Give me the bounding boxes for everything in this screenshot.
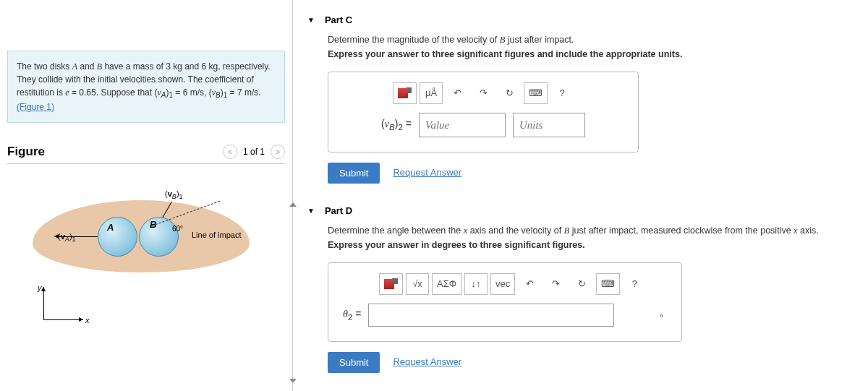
units-menu-button[interactable]: μÅ bbox=[420, 82, 443, 104]
scroll-up-icon[interactable] bbox=[289, 202, 297, 207]
sqrt-icon[interactable]: √x bbox=[406, 273, 429, 295]
request-answer-link[interactable]: Request Answer bbox=[393, 166, 461, 181]
subscript-icon[interactable]: ↓↑ bbox=[464, 273, 488, 295]
degree-unit: ° bbox=[660, 311, 663, 325]
part-d-instructions: Express your answer in degrees to three … bbox=[328, 238, 854, 252]
units-input[interactable] bbox=[513, 113, 585, 137]
part-c-answer-box: μÅ ↶ ↷ ↻ ⌨ ? (vB)2 = bbox=[328, 72, 639, 152]
part-d-answer-box: √x ΑΣΦ ↓↑ vec ↶ ↷ ↻ ⌨ ? θ2 = ° bbox=[328, 262, 682, 342]
submit-button[interactable]: Submit bbox=[328, 352, 380, 373]
theta-input[interactable] bbox=[368, 304, 614, 327]
undo-icon[interactable]: ↶ bbox=[518, 273, 541, 295]
part-c-instructions: Express your answer to three significant… bbox=[328, 47, 854, 61]
problem-statement: The two disks A and B have a mass of 3 k… bbox=[7, 51, 285, 123]
figure-counter: 1 of 1 bbox=[243, 147, 265, 157]
submit-button[interactable]: Submit bbox=[328, 163, 380, 184]
figure-title: Figure bbox=[7, 145, 223, 159]
reset-icon[interactable]: ↻ bbox=[498, 82, 521, 104]
figure-diagram: (vB)1 A B (vA)1 60° Line of impact y x bbox=[7, 186, 285, 352]
part-c-question: Determine the magnitude of the velocity … bbox=[328, 33, 854, 47]
templates-icon[interactable] bbox=[379, 273, 403, 295]
vec-button[interactable]: vec bbox=[490, 273, 515, 295]
templates-icon[interactable] bbox=[393, 82, 417, 104]
reset-icon[interactable]: ↻ bbox=[570, 273, 593, 295]
redo-icon[interactable]: ↷ bbox=[472, 82, 495, 104]
figure-next-button[interactable]: > bbox=[271, 145, 285, 159]
part-d-question: Determine the angle between the x axis a… bbox=[328, 223, 854, 238]
help-icon[interactable]: ? bbox=[550, 82, 574, 104]
redo-icon[interactable]: ↷ bbox=[544, 273, 567, 295]
vb2-label: (vB)2 = bbox=[381, 116, 412, 134]
figure-prev-button[interactable]: < bbox=[223, 145, 237, 159]
figure-link[interactable]: (Figure 1) bbox=[17, 102, 54, 112]
part-d-header[interactable]: Part D bbox=[307, 198, 854, 223]
request-answer-link[interactable]: Request Answer bbox=[393, 355, 461, 370]
keyboard-icon[interactable]: ⌨ bbox=[596, 273, 620, 295]
part-c-header[interactable]: Part C bbox=[307, 7, 854, 33]
symbols-button[interactable]: ΑΣΦ bbox=[432, 273, 461, 295]
keyboard-icon[interactable]: ⌨ bbox=[524, 82, 548, 104]
undo-icon[interactable]: ↶ bbox=[446, 82, 469, 104]
value-input[interactable] bbox=[419, 113, 506, 137]
help-icon[interactable]: ? bbox=[623, 273, 646, 295]
theta2-label: θ2 = bbox=[343, 306, 361, 324]
scroll-down-icon[interactable] bbox=[289, 379, 297, 383]
